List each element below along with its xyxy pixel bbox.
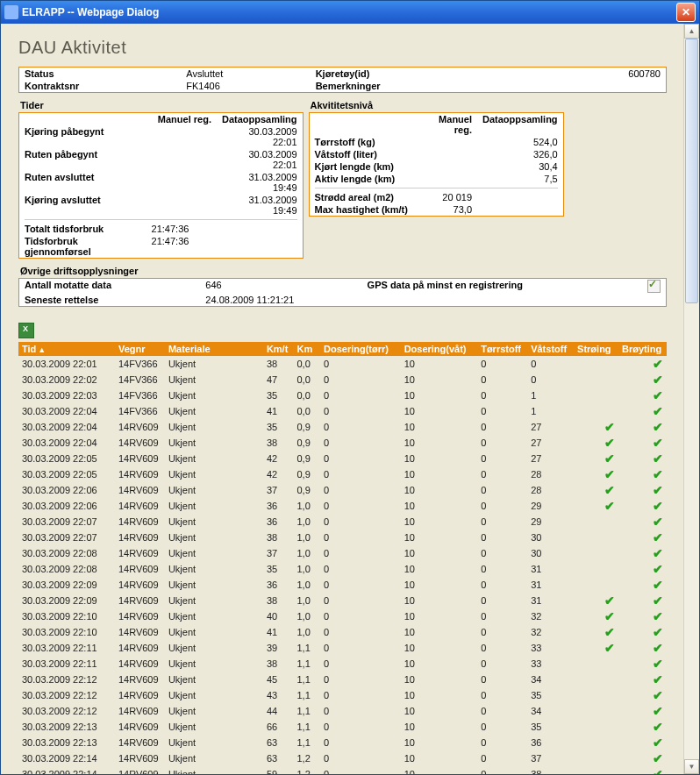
table-row[interactable]: 30.03.2009 22:0914RV609Ukjent381,0010031… xyxy=(18,593,667,608)
cell-kmt: 63 xyxy=(263,750,294,766)
table-row[interactable]: 30.03.2009 22:0714RV609Ukjent381,0010030… xyxy=(18,530,667,545)
table-row[interactable]: 30.03.2009 22:0114FV366Ukjent380,001000✔ xyxy=(18,356,667,372)
table-row[interactable]: 30.03.2009 22:0714RV609Ukjent361,0010029… xyxy=(18,514,667,530)
cell-tid: 30.03.2009 22:09 xyxy=(18,577,115,593)
cell-dt: 0 xyxy=(320,608,401,624)
ovrig-title: Øvrige driftsopplysninger xyxy=(18,264,667,278)
cell-dt: 0 xyxy=(320,672,401,687)
akv-box: Manuel reg. Dataoppsamling Tørrstoff (kg… xyxy=(309,112,564,217)
table-row[interactable]: 30.03.2009 22:1214RV609Ukjent451,1010034… xyxy=(18,672,667,687)
close-button[interactable]: ✕ xyxy=(676,3,696,22)
cell-kmt: 37 xyxy=(263,482,294,498)
table-row[interactable]: 30.03.2009 22:0414RV609Ukjent380,9010027… xyxy=(18,435,667,451)
maxspeed-value: 73,0 xyxy=(416,203,477,216)
col-materiale[interactable]: Materiale xyxy=(165,342,263,356)
cell-stro xyxy=(574,750,618,766)
col-vegnr[interactable]: Vegnr xyxy=(115,342,165,356)
table-row[interactable]: 30.03.2009 22:0814RV609Ukjent371,0010030… xyxy=(18,545,667,561)
scroll-thumb[interactable] xyxy=(685,39,698,303)
cell-kmt: 36 xyxy=(263,514,294,530)
table-row[interactable]: 30.03.2009 22:1414RV609Ukjent631,2010037… xyxy=(18,750,667,766)
maxspeed-label: Max hastighet (km/t) xyxy=(310,203,417,216)
col-stro[interactable]: Strøing xyxy=(574,342,618,356)
col-vat[interactable]: Våtstoff xyxy=(527,342,574,356)
cell-dv: 10 xyxy=(401,593,478,608)
scroll-down-arrow[interactable]: ▼ xyxy=(684,759,699,774)
check-icon: ✔ xyxy=(653,641,663,655)
table-row[interactable]: 30.03.2009 22:1014RV609Ukjent401,0010032… xyxy=(18,608,667,624)
check-icon: ✔ xyxy=(604,594,615,608)
vehicle-value: 600780 xyxy=(472,68,666,80)
cell-dv: 10 xyxy=(401,608,478,624)
table-row[interactable]: 30.03.2009 22:1214RV609Ukjent431,1010035… xyxy=(18,687,667,703)
cell-t: 0 xyxy=(477,561,527,577)
table-row[interactable]: 30.03.2009 22:0614RV609Ukjent370,9010028… xyxy=(18,482,667,498)
ie-icon xyxy=(4,5,18,19)
export-excel-icon[interactable] xyxy=(18,323,34,338)
cell-mat: Ukjent xyxy=(165,545,263,561)
akv-row-manual xyxy=(416,136,477,148)
table-row[interactable]: 30.03.2009 22:0414RV609Ukjent350,9010027… xyxy=(18,419,667,435)
cell-km: 1,0 xyxy=(293,498,320,514)
cell-veg: 14FV366 xyxy=(115,356,165,372)
cell-stro: ✔ xyxy=(574,498,618,514)
cell-broy: ✔ xyxy=(618,482,667,498)
vertical-scrollbar[interactable]: ▲ ▼ xyxy=(683,24,699,774)
remarks-label: Bemerkninger xyxy=(311,80,472,92)
table-row[interactable]: 30.03.2009 22:0414FV366Ukjent410,001001✔ xyxy=(18,403,667,419)
cell-mat: Ukjent xyxy=(165,703,263,719)
table-row[interactable]: 30.03.2009 22:0914RV609Ukjent361,0010031… xyxy=(18,577,667,593)
cell-veg: 14RV609 xyxy=(115,750,165,766)
cell-v: 35 xyxy=(527,719,574,735)
check-icon: ✔ xyxy=(604,609,615,623)
cell-tid: 30.03.2009 22:12 xyxy=(18,672,115,687)
table-row[interactable]: 30.03.2009 22:1214RV609Ukjent441,1010034… xyxy=(18,703,667,719)
col-dos-vat[interactable]: Dosering(våt) xyxy=(401,342,478,356)
col-torr[interactable]: Tørrstoff xyxy=(477,342,527,356)
cell-km: 0,9 xyxy=(293,419,320,435)
cell-km: 1,0 xyxy=(293,593,320,608)
cell-tid: 30.03.2009 22:09 xyxy=(18,593,115,608)
tider-row-manual xyxy=(146,148,217,171)
table-row[interactable]: 30.03.2009 22:0314FV366Ukjent350,001001✔ xyxy=(18,388,667,403)
cell-broy: ✔ xyxy=(618,593,667,608)
col-dos-torr[interactable]: Dosering(tørr) xyxy=(320,342,401,356)
table-row[interactable]: 30.03.2009 22:0814RV609Ukjent351,0010031… xyxy=(18,561,667,577)
cell-dv: 10 xyxy=(401,451,478,466)
sort-asc-icon: ▲ xyxy=(38,345,46,354)
cell-t: 0 xyxy=(477,735,527,750)
cell-mat: Ukjent xyxy=(165,735,263,750)
table-row[interactable]: 30.03.2009 22:1014RV609Ukjent411,0010032… xyxy=(18,624,667,640)
check-icon: ✔ xyxy=(653,657,663,671)
table-row[interactable]: 30.03.2009 22:0614RV609Ukjent361,0010029… xyxy=(18,498,667,514)
table-row[interactable]: 30.03.2009 22:0514RV609Ukjent420,9010027… xyxy=(18,451,667,466)
check-icon: ✔ xyxy=(653,530,663,544)
table-row[interactable]: 30.03.2009 22:1314RV609Ukjent631,1010036… xyxy=(18,735,667,750)
cell-mat: Ukjent xyxy=(165,372,263,388)
table-row[interactable]: 30.03.2009 22:1114RV609Ukjent381,1010033… xyxy=(18,656,667,672)
col-kmt[interactable]: Km/t xyxy=(263,342,294,356)
col-broy[interactable]: Brøyting xyxy=(618,342,667,356)
col-km[interactable]: Km xyxy=(293,342,320,356)
table-row[interactable]: 30.03.2009 22:1314RV609Ukjent661,1010035… xyxy=(18,719,667,735)
cell-veg: 14RV609 xyxy=(115,451,165,466)
cell-km: 1,0 xyxy=(293,561,320,577)
cell-km: 0,9 xyxy=(293,466,320,482)
cell-veg: 14RV609 xyxy=(115,656,165,672)
cell-broy: ✔ xyxy=(618,640,667,656)
table-row[interactable]: 30.03.2009 22:0514RV609Ukjent420,9010028… xyxy=(18,466,667,482)
table-row[interactable]: 30.03.2009 22:1414RV609Ukjent591,2010038… xyxy=(18,766,667,774)
table-row[interactable]: 30.03.2009 22:0214FV366Ukjent470,001000✔ xyxy=(18,372,667,388)
info-box: Status Avsluttet Kjøretøy(id) 600780 Kon… xyxy=(18,67,667,93)
cell-dv: 10 xyxy=(401,735,478,750)
check-icon: ✔ xyxy=(653,467,663,481)
table-row[interactable]: 30.03.2009 22:1114RV609Ukjent391,1010033… xyxy=(18,640,667,656)
cell-tid: 30.03.2009 22:10 xyxy=(18,624,115,640)
cell-dt: 0 xyxy=(320,514,401,530)
cell-km: 1,1 xyxy=(293,703,320,719)
akv-row-manual xyxy=(416,160,477,173)
cell-veg: 14RV609 xyxy=(115,419,165,435)
akv-col-manual: Manuel reg. xyxy=(416,113,477,136)
scroll-up-arrow[interactable]: ▲ xyxy=(684,24,699,39)
col-tid[interactable]: Tid▲ xyxy=(18,342,115,356)
